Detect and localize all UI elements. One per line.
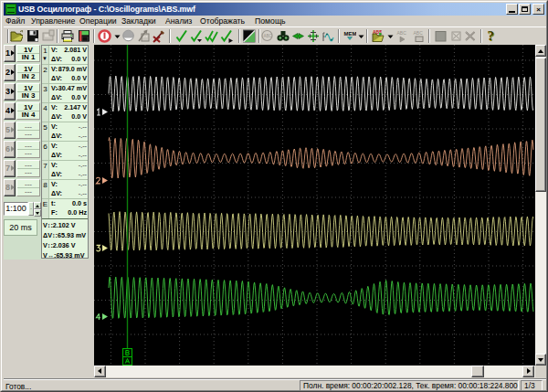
svg-text:ABC: ABC (264, 34, 273, 38)
svg-text:ABC: ABC (397, 30, 407, 36)
svg-text:ABC: ABC (414, 30, 424, 36)
svg-text:MEM: MEM (344, 31, 357, 37)
svg-text:?: ? (488, 29, 495, 43)
